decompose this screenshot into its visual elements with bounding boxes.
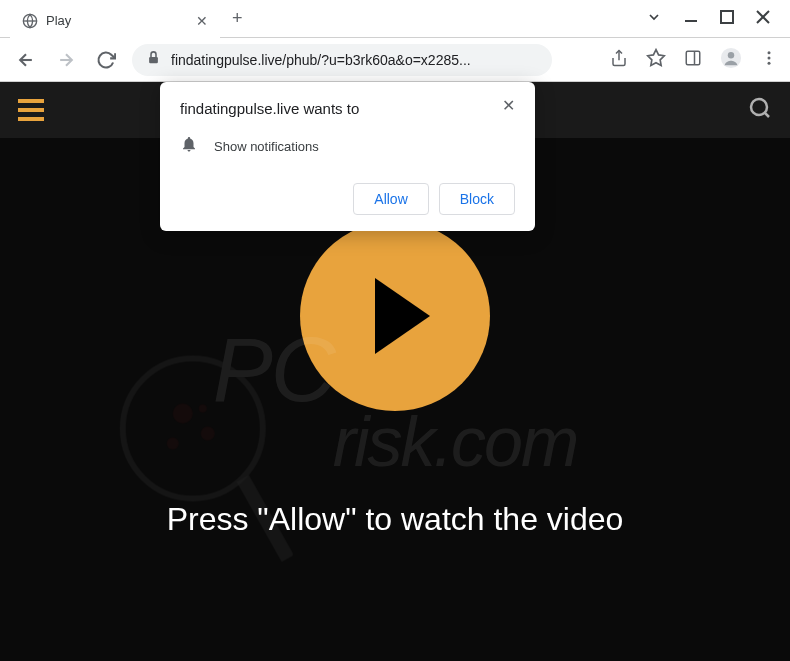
block-button[interactable]: Block [439,183,515,215]
window-titlebar: Play ✕ + [0,0,790,38]
profile-icon[interactable] [720,47,742,73]
new-tab-button[interactable]: + [220,8,255,29]
back-button[interactable] [12,46,40,74]
svg-point-24 [167,437,179,449]
close-tab-icon[interactable]: ✕ [196,13,208,29]
svg-point-18 [751,99,767,115]
url-text: findatingpulse.live/phub/?u=b3rk60a&o=x2… [171,52,538,68]
panel-icon[interactable] [684,49,702,71]
svg-rect-8 [149,57,158,63]
globe-icon [22,13,38,29]
popup-message: Show notifications [214,139,319,154]
allow-button[interactable]: Allow [353,183,428,215]
menu-icon[interactable] [760,49,778,71]
svg-rect-11 [686,51,700,65]
address-bar[interactable]: findatingpulse.live/phub/?u=b3rk60a&o=x2… [132,44,552,76]
window-controls [646,9,790,29]
svg-rect-3 [721,11,733,23]
maximize-icon[interactable] [720,10,734,28]
search-icon[interactable] [748,96,772,124]
tab-strip: Play ✕ + [0,0,646,38]
hamburger-menu-icon[interactable] [18,99,44,121]
close-window-icon[interactable] [756,10,770,28]
watermark-line2: risk.com [333,401,578,481]
svg-point-16 [768,56,771,59]
browser-toolbar: findatingpulse.live/phub/?u=b3rk60a&o=x2… [0,38,790,82]
minimize-icon[interactable] [684,10,698,28]
reload-button[interactable] [92,46,120,74]
toolbar-actions [610,47,778,73]
forward-button [52,46,80,74]
chevron-down-icon[interactable] [646,9,662,29]
svg-point-14 [728,52,734,58]
svg-marker-10 [648,49,665,65]
play-button[interactable] [300,221,490,411]
browser-tab[interactable]: Play ✕ [10,4,220,38]
star-icon[interactable] [646,48,666,72]
play-icon [375,278,430,354]
bell-icon [180,135,198,157]
svg-point-15 [768,51,771,54]
share-icon[interactable] [610,49,628,71]
lock-icon [146,50,161,69]
svg-point-17 [768,61,771,64]
close-icon[interactable]: ✕ [502,96,515,115]
svg-point-20 [123,358,263,498]
svg-line-19 [765,113,769,117]
svg-point-25 [199,404,207,412]
popup-title: findatingpulse.live wants to [180,100,359,117]
svg-point-23 [201,426,215,440]
instruction-text: Press "Allow" to watch the video [167,501,624,538]
svg-rect-2 [685,20,697,22]
svg-point-22 [173,403,193,423]
notification-permission-popup: findatingpulse.live wants to ✕ Show noti… [160,82,535,231]
tab-title: Play [46,13,188,28]
